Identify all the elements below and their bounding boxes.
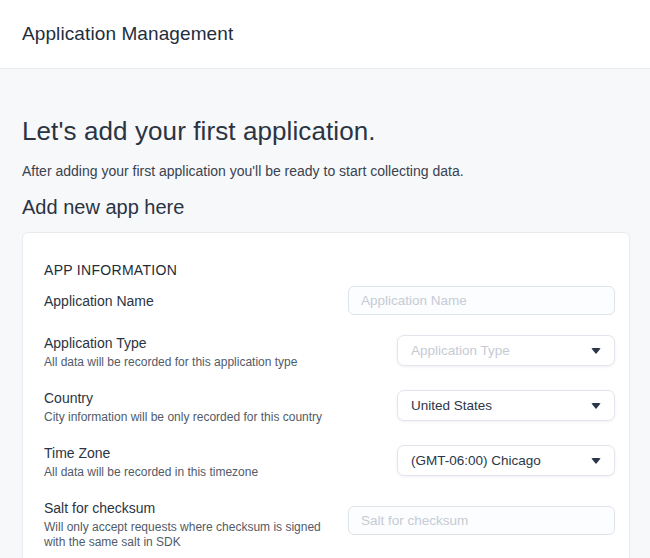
- time-zone-select[interactable]: (GMT-06:00) Chicago: [397, 445, 615, 476]
- field-row-country: Country City information will be only re…: [44, 390, 615, 425]
- field-label-application-name: Application Name: [44, 286, 344, 310]
- time-zone-select-value: (GMT-06:00) Chicago: [411, 453, 541, 468]
- application-type-select-value: Application Type: [411, 343, 510, 358]
- field-label-salt-for-checksum: Salt for checksum: [44, 500, 344, 517]
- main-content: Let's add your first application. After …: [0, 116, 650, 558]
- hero-subtitle: After adding your first application you'…: [22, 163, 630, 179]
- page-header: Application Management: [0, 0, 650, 69]
- chevron-down-icon: [591, 458, 601, 464]
- field-text-application-name: Application Name: [44, 286, 344, 310]
- control-time-zone: (GMT-06:00) Chicago: [397, 445, 615, 476]
- app-information-card: APP INFORMATION Application Name Applica…: [22, 232, 630, 558]
- field-helper-country: City information will be only recorded f…: [44, 410, 340, 425]
- chevron-down-icon: [591, 403, 601, 409]
- add-new-app-heading: Add new app here: [22, 196, 630, 219]
- field-helper-salt-for-checksum: Will only accept requests where checksum…: [44, 520, 340, 550]
- page-title: Application Management: [22, 23, 233, 45]
- control-salt-for-checksum: [348, 500, 615, 535]
- field-text-time-zone: Time Zone All data will be recorded in t…: [44, 445, 344, 480]
- chevron-down-icon: [591, 348, 601, 354]
- field-row-application-name: Application Name: [44, 286, 615, 315]
- field-row-time-zone: Time Zone All data will be recorded in t…: [44, 445, 615, 480]
- field-row-application-type: Application Type All data will be record…: [44, 335, 615, 370]
- application-type-select[interactable]: Application Type: [397, 335, 615, 366]
- field-row-salt-for-checksum: Salt for checksum Will only accept reque…: [44, 500, 615, 550]
- salt-for-checksum-input[interactable]: [348, 506, 615, 535]
- field-helper-time-zone: All data will be recorded in this timezo…: [44, 465, 340, 480]
- card-section-title: APP INFORMATION: [44, 262, 615, 278]
- country-select[interactable]: United States: [397, 390, 615, 421]
- field-label-application-type: Application Type: [44, 335, 344, 352]
- country-select-value: United States: [411, 398, 492, 413]
- application-name-input[interactable]: [348, 286, 615, 315]
- control-application-type: Application Type: [397, 335, 615, 366]
- control-application-name: [348, 286, 615, 315]
- hero-title: Let's add your first application.: [22, 116, 630, 147]
- field-label-country: Country: [44, 390, 344, 407]
- field-text-salt-for-checksum: Salt for checksum Will only accept reque…: [44, 500, 344, 550]
- field-text-country: Country City information will be only re…: [44, 390, 344, 425]
- field-helper-application-type: All data will be recorded for this appli…: [44, 355, 340, 370]
- field-label-time-zone: Time Zone: [44, 445, 344, 462]
- field-text-application-type: Application Type All data will be record…: [44, 335, 344, 370]
- control-country: United States: [397, 390, 615, 421]
